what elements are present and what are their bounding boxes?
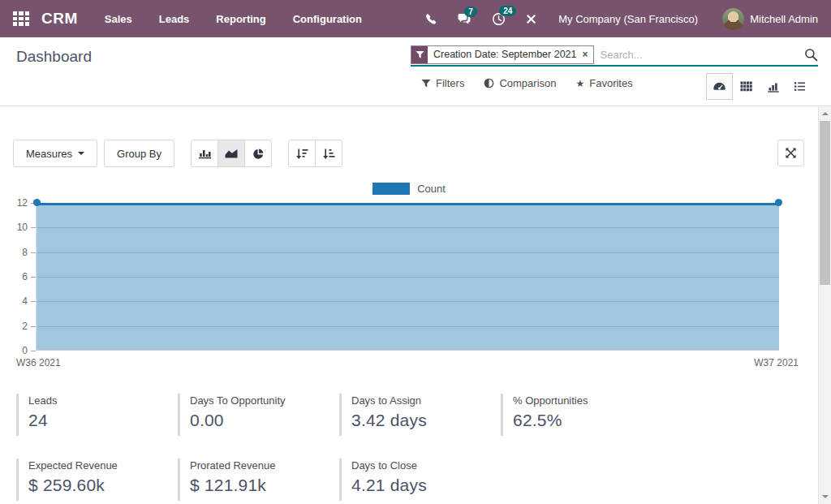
y-tick-label: 6 (0, 271, 28, 282)
gridline (37, 326, 779, 327)
search-facet: Creation Date: September 2021 × (411, 45, 594, 64)
search-facet-label: Creation Date: September 2021 (428, 46, 583, 63)
scroll-down-arrow-icon[interactable] (822, 495, 829, 498)
kpi-label: Days To Opportunity (190, 394, 339, 407)
view-pivot-button[interactable] (733, 73, 760, 100)
facet-remove-button[interactable]: × (583, 46, 593, 63)
y-tick-label: 10 (0, 222, 28, 233)
kpi-days-to-assign[interactable]: Days to Assign 3.42 days (339, 394, 501, 436)
scrollbar-thumb[interactable] (820, 121, 830, 285)
kpi-prorated-revenue[interactable]: Prorated Revenue $ 121.91k (178, 459, 339, 501)
nav-item-configuration[interactable]: Configuration (293, 13, 362, 25)
kpi-value: 62.5% (513, 411, 662, 430)
kpi-opportunities-pct[interactable]: % Opportunities 62.5% (501, 394, 662, 436)
kpi-label: Leads (28, 394, 178, 407)
y-tick-mark (31, 227, 36, 228)
measures-button[interactable]: Measures (13, 140, 97, 167)
nav-item-leads[interactable]: Leads (159, 13, 190, 25)
expand-button[interactable] (777, 140, 804, 166)
nav-item-sales[interactable]: Sales (105, 13, 132, 25)
user-menu[interactable]: Mitchell Admin (722, 8, 818, 30)
group-by-button[interactable]: Group By (104, 140, 174, 167)
sort-descending-button[interactable] (288, 140, 316, 167)
kpi-value: 24 (28, 411, 178, 430)
user-name: Mitchell Admin (750, 13, 818, 25)
kpi-value: 4.21 days (351, 476, 501, 495)
legend-swatch (372, 183, 410, 195)
favorites-menu-button[interactable]: ★ Favorites (575, 77, 632, 89)
funnel-facet-icon (411, 46, 428, 63)
sort-amount-asc-icon (322, 148, 335, 160)
view-switcher (706, 73, 813, 100)
legend-label: Count (417, 183, 446, 195)
arrows-expand-icon (785, 147, 797, 159)
comparison-label: Comparison (499, 77, 556, 89)
area-chart-icon (224, 148, 239, 159)
kpi-leads[interactable]: Leads 24 (16, 394, 178, 436)
gridline (37, 277, 779, 278)
filters-menu-button[interactable]: Filters (421, 77, 464, 89)
favorites-label: Favorites (589, 77, 632, 89)
messages-badge: 7 (464, 6, 477, 17)
kpi-days-to-opportunity[interactable]: Days To Opportunity 0.00 (178, 394, 339, 436)
star-icon: ★ (575, 78, 584, 89)
control-panel: Dashboard Creation Date: September 2021 … (0, 37, 831, 106)
chart-plot-area (36, 203, 779, 351)
scroll-up-arrow-icon[interactable] (822, 112, 829, 115)
kpi-days-to-close[interactable]: Days to Close 4.21 days (339, 459, 501, 501)
search-bar[interactable]: Creation Date: September 2021 × (411, 45, 818, 67)
pie-chart-type-button[interactable] (244, 140, 272, 167)
kpi-value: 3.42 days (351, 411, 501, 430)
activities-button[interactable]: 24 (492, 12, 506, 26)
measures-label: Measures (26, 148, 72, 160)
y-tick-mark (31, 351, 36, 351)
apps-menu-icon[interactable] (13, 11, 29, 26)
vertical-scrollbar[interactable] (818, 106, 831, 504)
activities-badge: 24 (499, 6, 516, 16)
y-tick-mark (31, 277, 36, 278)
grid-table-icon (740, 81, 752, 93)
graph-toolbar: Measures Group By (13, 140, 342, 167)
line-chart-type-button[interactable] (217, 140, 245, 167)
app-name[interactable]: CRM (41, 10, 78, 28)
funnel-icon (421, 79, 431, 88)
search-input[interactable] (594, 46, 804, 63)
kpi-label: Prorated Revenue (190, 459, 339, 472)
view-graph-button[interactable] (760, 73, 786, 100)
bar-chart-icon (198, 148, 212, 159)
voip-phone-button[interactable] (425, 13, 437, 25)
filters-label: Filters (436, 77, 464, 89)
debug-tools-button[interactable] (525, 13, 537, 25)
nav-item-reporting[interactable]: Reporting (216, 13, 265, 25)
bar-chart-type-button[interactable] (191, 140, 218, 167)
chart-type-group (191, 140, 272, 167)
kpi-value: 0.00 (190, 411, 339, 430)
avatar (722, 8, 744, 30)
legend-item-count[interactable]: Count (0, 183, 818, 195)
count-series-area (37, 203, 779, 350)
comparison-menu-button[interactable]: Comparison (484, 77, 556, 89)
systray: 7 24 My Company (San Francisco) Mitchell… (406, 8, 818, 30)
view-list-button[interactable] (786, 73, 813, 100)
group-by-label: Group By (117, 148, 161, 160)
page-title: Dashboard (16, 48, 92, 66)
phone-icon (425, 13, 437, 25)
view-dashboard-button[interactable] (706, 73, 733, 100)
x-axis-labels: W36 2021 W37 2021 (16, 357, 799, 368)
gridline (37, 301, 779, 302)
kpi-value: $ 121.91k (190, 476, 339, 495)
half-circle-icon (484, 78, 494, 88)
kpi-expected-revenue[interactable]: Expected Revenue $ 259.60k (16, 459, 178, 501)
bar-chart-icon (767, 81, 780, 93)
top-navbar: CRM Sales Leads Reporting Configuration … (0, 0, 831, 37)
messages-button[interactable]: 7 (457, 13, 472, 25)
kpi-grid: Leads 24 Days To Opportunity 0.00 Days t… (16, 394, 662, 501)
crossed-tools-icon (525, 13, 537, 25)
company-switcher[interactable]: My Company (San Francisco) (558, 13, 698, 25)
sort-group (288, 140, 342, 167)
search-icon[interactable] (804, 48, 818, 62)
list-icon (794, 81, 806, 92)
kpi-label: Expected Revenue (28, 459, 178, 472)
sort-ascending-button[interactable] (315, 140, 342, 167)
x-tick-label-w37: W37 2021 (754, 357, 799, 368)
